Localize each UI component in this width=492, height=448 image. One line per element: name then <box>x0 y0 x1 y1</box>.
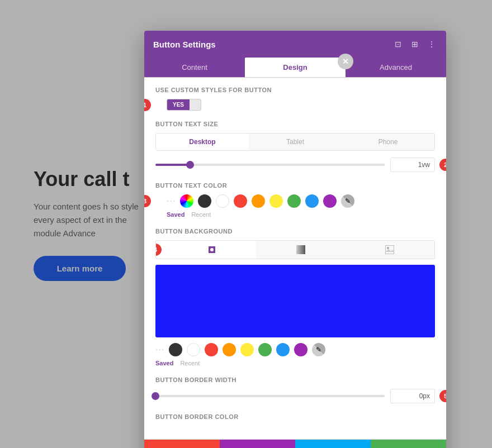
border-width-value-input[interactable] <box>390 389 435 403</box>
badge-4: 4 <box>155 244 162 256</box>
text-color-saved-recent: Saved Recent <box>155 211 435 218</box>
badge-1: 1 <box>144 99 151 111</box>
text-color-label: Button Text Color <box>155 182 435 189</box>
background-color-swatches: ··· ✎ <box>155 343 435 356</box>
text-size-value-input[interactable] <box>390 158 435 172</box>
svg-rect-2 <box>385 245 394 254</box>
bg-color-swatch-orange[interactable] <box>223 343 236 356</box>
border-width-slider-thumb[interactable] <box>152 392 159 400</box>
bg-color-swatch-red[interactable] <box>205 343 218 356</box>
cancel-button[interactable]: ✕ <box>144 440 220 448</box>
text-color-recent[interactable]: Recent <box>191 211 211 218</box>
more-icon[interactable]: ⋮ <box>426 39 437 50</box>
background-color-preview[interactable] <box>155 265 435 337</box>
bg-color-swatch-yellow[interactable] <box>240 343 254 356</box>
undo-button[interactable]: ↺ <box>220 440 295 448</box>
tab-advanced[interactable]: Advanced <box>346 58 446 77</box>
panel-body: Use Custom Styles For Button 1 YES Butto… <box>144 78 446 439</box>
bg-type-gradient[interactable] <box>256 241 345 259</box>
columns-icon[interactable]: ⊞ <box>409 39 420 50</box>
bg-color-swatch-pencil[interactable]: ✎ <box>312 343 325 356</box>
bg-color-swatch-purple[interactable] <box>294 343 308 356</box>
redo-button[interactable]: ↻ <box>295 440 371 448</box>
responsive-icon[interactable]: ⊡ <box>392 39 404 50</box>
color-swatch-blue[interactable] <box>305 194 319 208</box>
device-tab-tablet[interactable]: Tablet <box>249 134 342 150</box>
badge-2: 2 <box>439 159 446 171</box>
device-tabs: Desktop Tablet Phone <box>155 133 435 151</box>
device-tab-phone[interactable]: Phone <box>342 134 434 150</box>
border-color-label: Button Border Color <box>155 413 435 420</box>
color-swatch-purple[interactable] <box>323 194 337 208</box>
bg-color-dots-icon[interactable]: ··· <box>155 345 164 355</box>
bg-type-image[interactable] <box>346 241 434 259</box>
section-background: Button Background 4 ··· <box>155 228 435 366</box>
color-swatch-yellow[interactable] <box>269 194 283 208</box>
color-swatch-white[interactable] <box>216 194 229 208</box>
background-recent[interactable]: Recent <box>180 360 200 366</box>
svg-rect-1 <box>296 245 305 254</box>
border-width-label: Button Border Width <box>155 376 435 383</box>
text-size-slider-row: 2 <box>155 158 435 172</box>
bg-color-swatch-black[interactable] <box>169 343 182 356</box>
toggle-no[interactable] <box>190 103 201 107</box>
badge-3: 3 <box>144 195 151 207</box>
text-color-swatches: 3 ··· ✎ <box>155 194 435 208</box>
toggle-yes[interactable]: YES <box>167 99 190 110</box>
save-button[interactable]: ✓ <box>371 440 446 448</box>
tab-content[interactable]: Content <box>144 58 245 77</box>
color-swatch-black[interactable] <box>198 194 211 208</box>
panel-tabs: Content Design Advanced <box>144 58 446 78</box>
section-border-color: Button Border Color <box>155 413 435 420</box>
color-dots-icon[interactable]: ··· <box>167 196 176 206</box>
custom-styles-label: Use Custom Styles For Button <box>155 87 435 93</box>
close-button[interactable]: ✕ <box>338 54 353 69</box>
svg-point-0 <box>210 248 214 251</box>
background-saved-recent: Saved Recent <box>155 360 435 366</box>
section-border-width: Button Border Width 5 <box>155 376 435 403</box>
section-text-color: Button Text Color 3 ··· ✎ Saved <box>155 182 435 218</box>
badge-5: 5 <box>439 390 446 402</box>
border-width-slider-track[interactable] <box>155 395 385 397</box>
bg-color-swatch-blue[interactable] <box>276 343 290 356</box>
device-tab-desktop[interactable]: Desktop <box>156 134 249 150</box>
bg-type-color[interactable] <box>167 241 256 259</box>
custom-styles-toggle-row: 1 YES <box>155 99 435 111</box>
background-saved[interactable]: Saved <box>155 360 173 366</box>
tab-design[interactable]: Design <box>245 58 346 77</box>
border-width-slider-row: 5 <box>155 389 435 403</box>
color-swatch-red[interactable] <box>234 194 247 208</box>
svg-point-3 <box>387 247 389 249</box>
section-custom-styles: Use Custom Styles For Button 1 YES <box>155 87 435 111</box>
text-size-slider-fill <box>155 164 190 166</box>
bg-color-swatch-green[interactable] <box>258 343 272 356</box>
background-label: Button Background <box>155 228 435 235</box>
bg-color-swatch-white[interactable] <box>187 343 200 356</box>
panel-title: Button Settings <box>153 40 216 49</box>
color-picker-icon[interactable] <box>180 194 193 208</box>
text-size-label: Button Text Size <box>155 121 435 127</box>
toggle-switch[interactable]: YES <box>167 99 201 111</box>
section-text-size: Button Text Size Desktop Tablet Phone 2 <box>155 121 435 172</box>
panel-header: Button Settings ⊡ ⊞ ⋮ <box>144 31 446 58</box>
bg-type-tabs: 4 <box>155 240 435 259</box>
text-size-slider-thumb[interactable] <box>186 161 194 169</box>
color-swatch-pencil[interactable]: ✎ <box>341 194 354 208</box>
text-color-saved[interactable]: Saved <box>167 211 184 218</box>
panel-header-icons: ⊡ ⊞ ⋮ <box>392 39 437 50</box>
action-bar: ✕ ↺ ↻ ✓ <box>144 439 446 448</box>
color-swatch-green[interactable] <box>287 194 301 208</box>
button-settings-panel: Button Settings ⊡ ⊞ ⋮ Content Design Adv… <box>144 31 446 448</box>
text-size-slider-track[interactable] <box>155 164 385 166</box>
color-swatch-orange[interactable] <box>252 194 265 208</box>
